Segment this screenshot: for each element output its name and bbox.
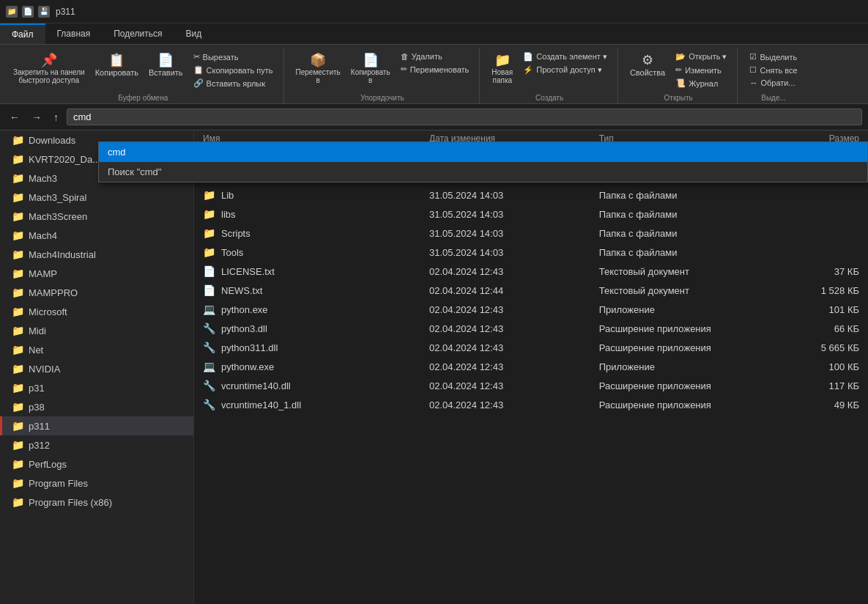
cut-button[interactable]: ✂ Вырезать [189,51,278,63]
history-label: Журнал [689,79,718,88]
move-to-button[interactable]: 📦 Переместитьв [292,51,345,87]
create-item-button[interactable]: 📄 Создать элемент ▾ [519,51,612,63]
file-type: Папка с файлами [599,190,769,201]
sidebar-item-mach4[interactable]: 📁 Mach4 [0,226,193,245]
sidebar-item-p312[interactable]: 📁 p312 [0,435,193,454]
open-button[interactable]: 📂 Открыть ▾ [671,51,731,63]
tab-view[interactable]: Вид [174,23,213,44]
file-name: python311.dll [221,342,278,353]
paste-button[interactable]: 📄 Вставить [144,51,188,80]
sidebar-item-label: p311 [29,421,50,432]
sidebar-item-mach4industrial[interactable]: 📁 Mach4Industrial [0,245,193,264]
sidebar-item-net[interactable]: 📁 Net [0,340,193,359]
sidebar-item-microsoft[interactable]: 📁 Microsoft [0,302,193,321]
table-row[interactable]: 🔧 python3.dll 02.04.2024 12:43 Расширени… [194,319,868,338]
folder-icon: 📁 [12,153,24,165]
table-row[interactable]: 📁 Tools 31.05.2024 14:03 Папка с файлами [194,243,868,262]
file-icon: 🔧 [203,380,215,391]
invert-selection-button[interactable]: ↔ Обрати... [745,77,801,89]
copy-button[interactable]: 📋 Копировать [91,51,143,80]
clipboard-buttons: 📌 Закрепить на панели быстрого доступа 📋… [9,51,278,91]
copy-to-button[interactable]: 📄 Копироватьв [346,51,395,87]
file-icon: 📁 [203,189,215,201]
sidebar-item-program-files[interactable]: 📁 Program Files [0,474,193,493]
table-row[interactable]: 🔧 python311.dll 02.04.2024 12:43 Расшире… [194,338,868,357]
forward-button[interactable]: → [28,110,45,125]
cut-icon: ✂ [193,52,200,62]
sidebar-item-p38[interactable]: 📁 p38 [0,397,193,416]
open-icon: 📂 [675,52,686,62]
deselect-icon: ☐ [749,65,757,75]
sidebar-item-midi[interactable]: 📁 Midi [0,321,193,340]
rename-button[interactable]: ✏ Переименовать [396,63,474,76]
file-size: 5 665 КБ [768,342,859,353]
folder-icon: 📁 [12,191,24,203]
file-icon: 💻 [203,303,215,315]
sidebar-item-mach3spiral[interactable]: 📁 Mach3_Spiral [0,188,193,207]
delete-button[interactable]: 🗑 Удалить [396,51,474,62]
table-row[interactable]: 📄 NEWS.txt 02.04.2024 12:44 Текстовый до… [194,281,868,300]
properties-button[interactable]: ⚙ Свойства [626,51,669,80]
sidebar-item-mach3screen[interactable]: 📁 Mach3Screen [0,207,193,226]
pin-button[interactable]: 📌 Закрепить на панели быстрого доступа [9,51,89,87]
dropdown-item-cmd[interactable]: cmd [99,142,867,162]
organize-small-buttons: 🗑 Удалить ✏ Переименовать [396,51,474,76]
sidebar-item-mamppro[interactable]: 📁 MAMPPRO [0,283,193,302]
table-row[interactable]: 📄 LICENSE.txt 02.04.2024 12:43 Текстовый… [194,262,868,281]
select-small-buttons: ☑ Выделить ☐ Снять все ↔ Обрати... [745,51,801,89]
file-icon: 💻 [203,361,215,372]
tab-file[interactable]: Файл [0,23,45,44]
table-row[interactable]: 💻 python.exe 02.04.2024 12:43 Приложение… [194,300,868,319]
tab-share[interactable]: Поделиться [102,23,174,44]
select-buttons: ☑ Выделить ☐ Снять все ↔ Обрати... [745,51,801,91]
paste-shortcut-icon: 🔗 [193,78,204,88]
copy-to-label: Копироватьв [351,68,390,84]
easy-access-button[interactable]: ⚡ Простой доступ ▾ [519,64,612,76]
up-button[interactable]: ↑ [50,110,62,125]
sidebar-item-label: p312 [29,440,50,451]
sidebar-item-nvidia[interactable]: 📁 NVIDIA [0,359,193,378]
edit-button[interactable]: ✏ Изменить [671,64,731,76]
sidebar-item-p311[interactable]: 📁 p311 [0,416,193,435]
file-size: 37 КБ [768,266,859,277]
file-type: Папка с файлами [599,209,769,220]
address-bar: ← → ↑ [0,104,868,130]
organize-group-label: Упорядочить [360,92,404,102]
file-size: 101 КБ [768,304,859,315]
sidebar-item-program-files-x86[interactable]: 📁 Program Files (x86) [0,493,193,512]
folder-icon: 📁 [12,134,24,146]
address-input[interactable] [67,108,862,125]
table-row[interactable]: 💻 pythonw.exe 02.04.2024 12:43 Приложени… [194,357,868,376]
sidebar-item-perflogs[interactable]: 📁 PerfLogs [0,454,193,474]
move-label: Переместитьв [296,68,341,84]
paste-shortcut-label: Вставить ярлык [207,79,266,88]
file-name-cell: 📁 Scripts [203,227,429,239]
delete-icon: 🗑 [401,52,409,61]
history-button[interactable]: 📜 Журнал [671,77,731,89]
back-button[interactable]: ← [6,110,23,125]
file-date: 31.05.2024 14:03 [429,247,599,258]
file-name-cell: 💻 pythonw.exe [203,361,429,372]
table-row[interactable]: 📁 libs 31.05.2024 14:03 Папка с файлами [194,205,868,224]
table-row[interactable]: 📁 Lib 31.05.2024 14:03 Папка с файлами [194,185,868,205]
ribbon-group-organize: 📦 Переместитьв 📄 Копироватьв 🗑 Удалить ✏… [286,48,481,103]
table-row[interactable]: 🔧 vcruntime140_1.dll 02.04.2024 12:43 Ра… [194,395,868,414]
copy-path-button[interactable]: 📋 Скопировать путь [189,64,278,76]
new-folder-button[interactable]: 📁 Новаяпапка [487,51,517,87]
deselect-button[interactable]: ☐ Снять все [745,64,801,76]
sidebar-item-p31[interactable]: 📁 p31 [0,378,193,397]
sidebar-item-label: MAMP [29,268,57,279]
tab-home[interactable]: Главная [45,23,103,44]
table-row[interactable]: 📁 Scripts 31.05.2024 14:03 Папка с файла… [194,224,868,243]
select-all-button[interactable]: ☑ Выделить [745,51,801,63]
dropdown-item-search-cmd[interactable]: Поиск "cmd" [99,162,867,182]
file-date: 02.04.2024 12:43 [429,342,599,353]
file-date: 31.05.2024 14:03 [429,190,599,201]
title-bar: 📁 📄 💾 p311 [0,0,868,23]
sidebar-item-mamp[interactable]: 📁 MAMP [0,264,193,283]
table-row[interactable]: 🔧 vcruntime140.dll 02.04.2024 12:43 Расш… [194,376,868,395]
file-name: NEWS.txt [221,285,262,296]
paste-shortcut-button[interactable]: 🔗 Вставить ярлык [189,77,278,89]
create-item-icon: 📄 [523,52,533,62]
organize-buttons: 📦 Переместитьв 📄 Копироватьв 🗑 Удалить ✏… [292,51,474,91]
